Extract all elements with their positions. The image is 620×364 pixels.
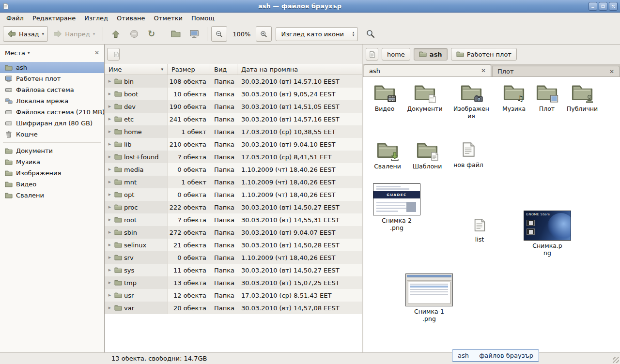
expander-icon[interactable]: ▶ — [107, 142, 112, 146]
icon-video[interactable]: Видео — [366, 82, 403, 112]
icon-music[interactable]: ♫ Музика — [495, 82, 533, 112]
column-header-name[interactable]: Име▾ — [105, 64, 168, 75]
sidebar-item-ash[interactable]: ash — [0, 62, 104, 73]
table-row[interactable]: ▶lib210 обектаПапка30.03.2010 (вт) 9,04,… — [105, 138, 362, 151]
sidebar-title[interactable]: Места — [5, 49, 25, 57]
breadcrumb-desktop[interactable]: Работен плот — [451, 48, 517, 61]
sidebar-item-desktop[interactable]: Работен плот — [0, 73, 104, 84]
table-row[interactable]: ▶bin108 обектаПапка30.03.2010 (вт) 14,57… — [105, 75, 362, 88]
expander-icon[interactable]: ▶ — [107, 130, 112, 134]
table-row[interactable]: ▶sys11 обектаПапка30.03.2010 (вт) 14,50,… — [105, 264, 362, 276]
tab-ash[interactable]: ash✕ — [364, 64, 491, 76]
table-row[interactable]: ▶sbin272 обектаПапка30.03.2010 (вт) 9,04… — [105, 226, 362, 239]
breadcrumb-home[interactable]: home — [382, 48, 410, 61]
tab-close-icon[interactable]: ✕ — [477, 67, 486, 74]
sidebar-close-icon[interactable]: ✕ — [94, 49, 99, 56]
icon-public[interactable]: Публични — [563, 82, 601, 112]
expander-icon[interactable]: ▶ — [107, 105, 112, 108]
back-dropdown-icon[interactable]: ▾ — [42, 31, 45, 36]
expander-icon[interactable]: ▶ — [107, 293, 112, 297]
sidebar-item-network[interactable]: Локална мрежа — [0, 95, 104, 106]
tab-plot[interactable]: Плот✕ — [492, 66, 620, 76]
expander-icon[interactable]: ▶ — [107, 281, 112, 285]
reload-button[interactable]: ↻ — [144, 26, 159, 42]
table-row[interactable]: ▶srv0 обектаПапка1.10.2009 (чт) 18,40,26… — [105, 251, 362, 264]
menu-bookmarks[interactable]: Отметки — [149, 14, 186, 23]
menu-file[interactable]: Файл — [2, 14, 28, 23]
expander-icon[interactable]: ▶ — [107, 180, 112, 184]
expander-icon[interactable]: ▶ — [107, 243, 112, 247]
icon-new-file[interactable]: нов файл — [450, 139, 487, 168]
minimize-button[interactable] — [589, 2, 597, 11]
table-row[interactable]: ▶selinux21 обектаПапка30.03.2010 (вт) 14… — [105, 239, 362, 251]
expander-icon[interactable]: ▶ — [107, 230, 112, 234]
icon-snimka-2[interactable]: GUADEC Снимка-2.png — [372, 183, 421, 231]
maximize-button[interactable] — [599, 2, 607, 11]
column-header-kind[interactable]: Вид — [210, 64, 237, 75]
chevron-down-icon[interactable]: ▾ — [28, 50, 30, 55]
icon-desktop[interactable]: Плот — [528, 82, 566, 112]
table-row[interactable]: ▶boot10 обектаПапка30.03.2010 (вт) 9,05,… — [105, 88, 362, 100]
stop-button[interactable] — [125, 26, 143, 42]
icon-templates[interactable]: Шаблони — [408, 139, 446, 170]
table-row[interactable]: ▶opt0 обектаПапка1.10.2009 (чт) 18,40,26… — [105, 188, 362, 201]
expander-icon[interactable]: ▶ — [107, 205, 112, 209]
menu-go[interactable]: Отиване — [112, 14, 149, 23]
menu-help[interactable]: Помощ — [187, 14, 219, 23]
icon-list[interactable]: list — [461, 216, 498, 243]
location-toggle-button[interactable] — [366, 48, 378, 61]
sidebar-item-trash[interactable]: Кошче — [0, 129, 104, 140]
icon-documents[interactable]: Документи — [406, 82, 444, 112]
expander-icon[interactable]: ▶ — [107, 306, 112, 310]
menu-edit[interactable]: Редактиране — [28, 14, 80, 23]
back-button[interactable]: Назад ▾ — [3, 26, 48, 42]
column-header-date[interactable]: Дата на промяна — [237, 64, 362, 75]
breadcrumb-ash[interactable]: ash — [414, 48, 448, 61]
sidebar-item-documents[interactable]: Документи — [0, 145, 104, 156]
table-row[interactable]: ▶proc222 обектаПапка30.03.2010 (вт) 14,5… — [105, 201, 362, 213]
tab-close-icon[interactable]: ✕ — [605, 68, 614, 75]
sidebar-item-encrypted-80gb[interactable]: Шифриран дял (80 GB) — [0, 118, 104, 129]
up-button[interactable] — [107, 26, 124, 42]
sidebar-item-filesystem-210mb[interactable]: Файлова система (210 MB) — [0, 106, 104, 118]
table-row[interactable]: ▶home1 обектПапка17.03.2010 (ср) 10,38,5… — [105, 125, 362, 138]
sidebar-item-music[interactable]: Музика — [0, 156, 104, 167]
close-button[interactable] — [609, 2, 618, 11]
expander-icon[interactable]: ▶ — [107, 79, 112, 83]
table-row[interactable]: ▶root? обектаПапка30.03.2010 (вт) 14,55,… — [105, 213, 362, 226]
expander-icon[interactable]: ▶ — [107, 155, 112, 159]
sidebar-item-pictures[interactable]: Изображения — [0, 167, 104, 179]
icon-view[interactable]: Видео Документи Изображения ♫ Музика Пло… — [363, 77, 620, 352]
expander-icon[interactable]: ▶ — [107, 256, 112, 259]
icon-downloads[interactable]: Свалени — [369, 139, 406, 170]
view-mode-combo[interactable]: Изглед като икони ▴ ▾ — [276, 27, 358, 41]
table-row[interactable]: ▶tmp13 обектаПапка30.03.2010 (вт) 15,07,… — [105, 276, 362, 289]
table-row[interactable]: ▶var20 обектаПапка30.03.2010 (вт) 14,57,… — [105, 302, 362, 314]
menu-view[interactable]: Изглед — [80, 14, 112, 23]
combo-spinner-icon[interactable]: ▴ ▾ — [349, 28, 357, 41]
table-row[interactable]: ▶mnt1 обектПапка1.10.2009 (чт) 18,40,26 … — [105, 176, 362, 188]
sidebar-item-filesystem[interactable]: Файлова система — [0, 84, 104, 95]
search-button[interactable] — [362, 26, 379, 42]
forward-button[interactable]: Напред ▾ — [49, 26, 99, 42]
icon-snimka-1[interactable]: Снимка-1.png — [405, 273, 453, 322]
table-row[interactable]: ▶etc241 обектаПапка30.03.2010 (вт) 14,57… — [105, 113, 362, 125]
expander-icon[interactable]: ▶ — [107, 117, 112, 121]
titlebar[interactable]: ash — файлов браузър — [0, 0, 620, 13]
icon-pictures[interactable]: Изображения — [452, 82, 490, 120]
column-header-size[interactable]: Размер — [168, 64, 210, 75]
sidebar-item-downloads[interactable]: Свалени — [0, 190, 104, 201]
expander-icon[interactable]: ▶ — [107, 167, 112, 171]
resize-grip[interactable] — [613, 357, 619, 363]
location-toggle-button[interactable] — [107, 48, 120, 61]
sidebar-item-videos[interactable]: Видео — [0, 179, 104, 190]
expander-icon[interactable]: ▶ — [107, 92, 112, 96]
expander-icon[interactable]: ▶ — [107, 268, 112, 272]
home-button[interactable] — [167, 26, 185, 42]
table-row[interactable]: ▶media0 обектаПапка1.10.2009 (чт) 18,40,… — [105, 163, 362, 176]
icon-snimka[interactable]: GNOME Store Снимка.png — [523, 211, 572, 257]
table-row[interactable]: ▶lost+found? обектаПапка17.03.2010 (ср) … — [105, 151, 362, 163]
table-row[interactable]: ▶usr12 обектаПапка17.03.2010 (ср) 8,51,4… — [105, 289, 362, 302]
expander-icon[interactable]: ▶ — [107, 218, 112, 222]
zoom-in-button[interactable] — [256, 26, 272, 42]
